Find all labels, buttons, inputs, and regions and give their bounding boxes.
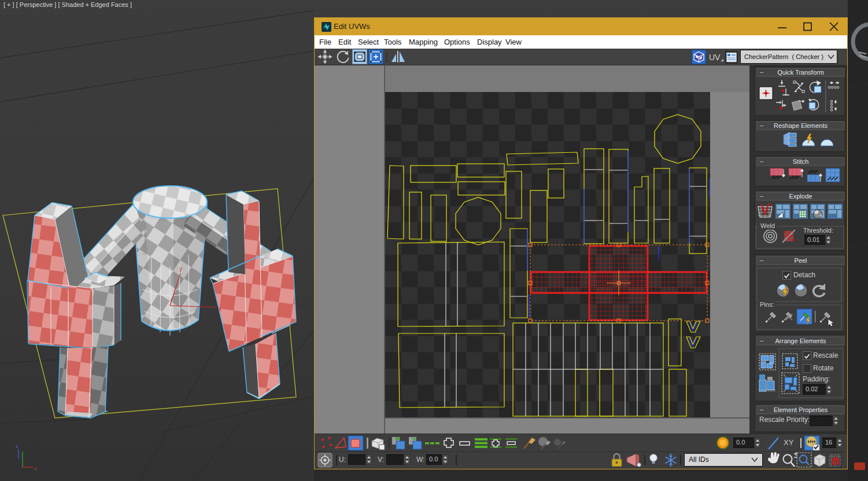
svg-text:y: y <box>179 266 182 272</box>
svg-text:x: x <box>34 466 37 472</box>
svg-text:x: x <box>219 306 221 313</box>
svg-text:z: z <box>16 443 19 449</box>
svg-text:UV: UV <box>709 53 721 62</box>
svg-text:z: z <box>143 249 146 256</box>
